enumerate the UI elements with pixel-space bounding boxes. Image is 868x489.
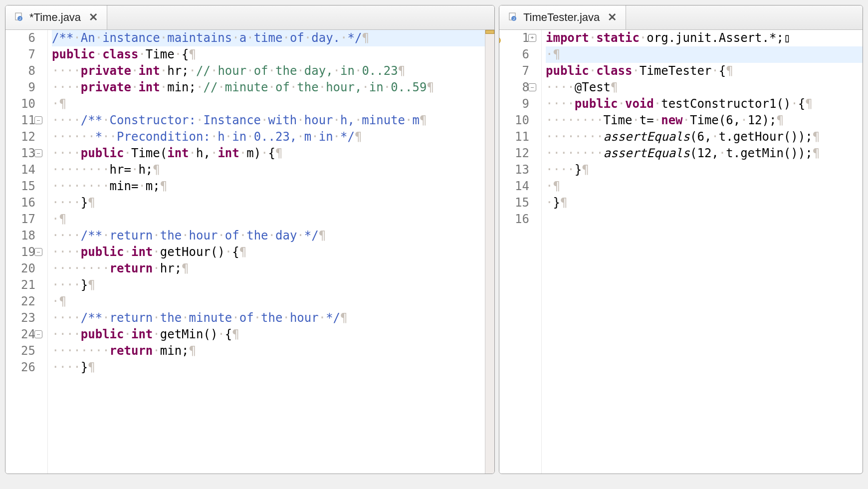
workspace: J *Time.java ✕ 67891011–1213–14151617181… xyxy=(0,0,868,479)
ruler-warning-mark[interactable] xyxy=(485,30,494,34)
fold-toggle-icon[interactable]: – xyxy=(528,83,536,91)
fold-toggle-icon[interactable]: – xyxy=(34,149,42,157)
fold-toggle-icon[interactable]: – xyxy=(34,330,42,338)
svg-text:J: J xyxy=(19,16,21,21)
tab-title: TimeTester.java xyxy=(523,11,600,24)
close-icon[interactable]: ✕ xyxy=(608,11,617,24)
fold-toggle-icon[interactable]: – xyxy=(34,248,42,256)
right-line-numbers: 1+678–910111213141516 xyxy=(499,30,532,474)
left-line-numbers: 67891011–1213–141516171819–2021222324–25… xyxy=(5,30,38,474)
tab-title: *Time.java xyxy=(29,11,81,24)
svg-point-6 xyxy=(499,37,500,44)
java-file-icon: J xyxy=(14,11,24,24)
right-code-area[interactable]: 1+678–910111213141516 import·static·org.… xyxy=(499,30,863,474)
tab-time-java[interactable]: J *Time.java ✕ xyxy=(5,5,107,29)
right-editor: J TimeTester.java ✕ 1+678–91011121314151… xyxy=(499,5,863,474)
tab-timetester-java[interactable]: J TimeTester.java ✕ xyxy=(499,5,626,29)
java-file-icon: J xyxy=(508,11,518,24)
close-icon[interactable]: ✕ xyxy=(89,11,98,24)
right-fold-column xyxy=(532,30,542,474)
svg-text:J: J xyxy=(513,16,515,21)
left-editor: J *Time.java ✕ 67891011–1213–14151617181… xyxy=(5,5,495,474)
right-tabbar: J TimeTester.java ✕ xyxy=(499,5,863,30)
left-code-area[interactable]: 67891011–1213–141516171819–2021222324–25… xyxy=(5,30,494,474)
left-tabbar: J *Time.java ✕ xyxy=(5,5,494,30)
fold-expand-icon[interactable]: + xyxy=(528,34,536,42)
left-code[interactable]: /**·An·instance·maintains·a·time·of·day.… xyxy=(48,30,494,474)
fold-toggle-icon[interactable]: – xyxy=(34,116,42,124)
overview-ruler[interactable] xyxy=(485,30,494,474)
right-code[interactable]: import·static·org.junit.Assert.*;▯·¶publ… xyxy=(542,30,863,474)
warning-icon[interactable] xyxy=(499,33,501,42)
